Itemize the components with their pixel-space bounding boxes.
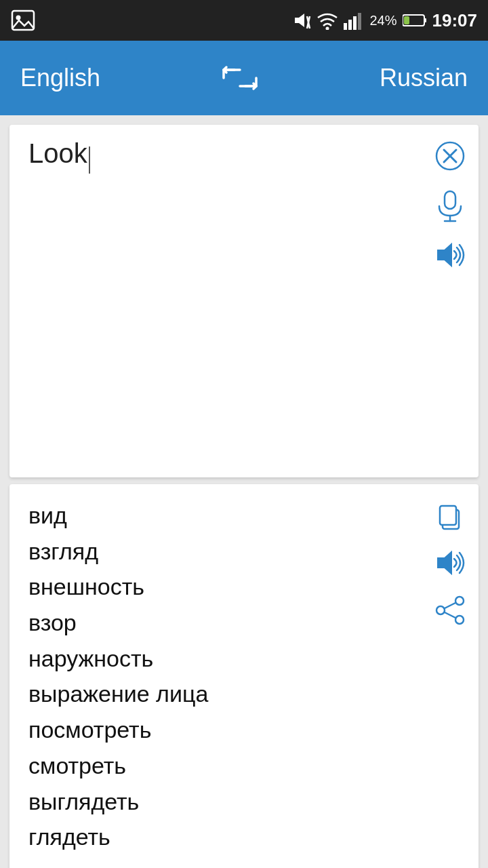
- svg-point-26: [436, 606, 445, 614]
- svg-rect-9: [358, 13, 361, 30]
- input-text: Look: [28, 138, 87, 168]
- toolbar: English Russian: [0, 41, 488, 115]
- svg-marker-24: [438, 552, 451, 574]
- copy-button[interactable]: [436, 502, 464, 530]
- svg-point-1: [16, 16, 21, 20]
- list-item: наружность: [28, 641, 435, 677]
- svg-line-29: [445, 612, 455, 618]
- copy-icon: [436, 502, 464, 530]
- text-cursor: [89, 146, 90, 174]
- results-card: видвзглядвнешностьвзорнаружностьвыражени…: [9, 484, 479, 868]
- svg-point-27: [455, 616, 464, 624]
- svg-rect-8: [353, 16, 357, 30]
- svg-rect-11: [424, 18, 426, 22]
- battery-icon: [403, 14, 427, 27]
- list-item: поискать: [28, 855, 435, 868]
- results-speaker-icon: [435, 549, 465, 576]
- swap-languages-button[interactable]: [220, 63, 260, 93]
- signal-icon: [344, 11, 364, 30]
- list-item: смотреть: [28, 748, 435, 784]
- svg-rect-23: [440, 506, 456, 525]
- share-icon: [435, 595, 465, 625]
- svg-rect-18: [445, 191, 455, 209]
- wifi-icon: [317, 11, 338, 30]
- status-left: [11, 8, 35, 33]
- svg-point-5: [326, 27, 329, 31]
- svg-line-28: [445, 603, 455, 608]
- input-wrapper: Look: [28, 138, 435, 174]
- translations-list: видвзглядвнешностьвзорнаружностьвыражени…: [28, 498, 435, 868]
- swap-icon: [220, 63, 260, 93]
- list-item: выглядеть: [28, 784, 435, 820]
- svg-point-25: [455, 597, 464, 605]
- mic-icon: [436, 190, 464, 222]
- list-item: глядеть: [28, 819, 435, 855]
- status-right: 24% 19:07: [292, 10, 477, 31]
- svg-rect-0: [12, 11, 34, 30]
- svg-marker-2: [295, 14, 304, 27]
- input-card: Look: [9, 125, 479, 477]
- svg-marker-21: [438, 244, 451, 266]
- input-actions: [435, 138, 465, 269]
- svg-rect-12: [404, 16, 409, 24]
- list-item: вид: [28, 498, 435, 534]
- status-time: 19:07: [432, 10, 478, 31]
- results-speaker-button[interactable]: [435, 549, 465, 576]
- source-language[interactable]: English: [20, 64, 100, 92]
- image-icon: [11, 8, 35, 33]
- share-button[interactable]: [435, 595, 465, 625]
- list-item: посмотреть: [28, 712, 435, 748]
- svg-rect-7: [348, 20, 352, 30]
- speaker-button[interactable]: [435, 241, 465, 269]
- svg-rect-6: [344, 23, 347, 30]
- clear-icon: [435, 141, 465, 171]
- target-language[interactable]: Russian: [380, 64, 468, 92]
- list-item: выражение лица: [28, 676, 435, 712]
- battery-indicator: 24%: [369, 13, 396, 28]
- results-actions: [435, 498, 465, 625]
- list-item: внешность: [28, 569, 435, 605]
- mic-button[interactable]: [436, 190, 464, 222]
- mute-icon: [292, 11, 311, 30]
- list-item: взгляд: [28, 534, 435, 570]
- list-item: взор: [28, 605, 435, 641]
- clear-button[interactable]: [435, 141, 465, 171]
- status-bar: 24% 19:07: [0, 0, 488, 41]
- speaker-icon: [435, 241, 465, 269]
